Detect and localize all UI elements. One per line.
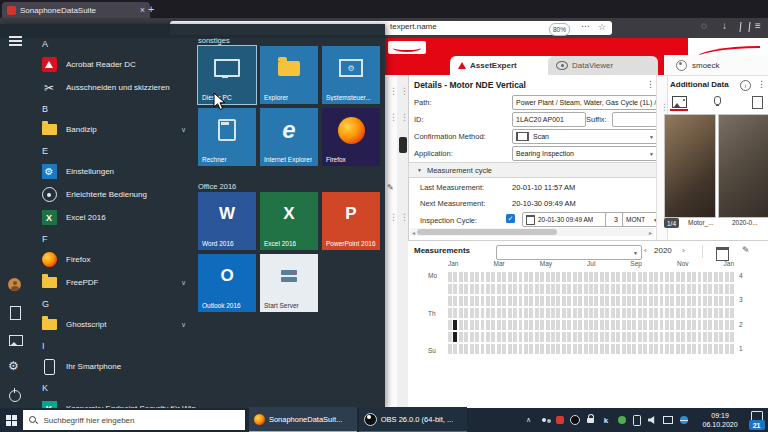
heatmap-cell[interactable] [725, 308, 729, 318]
heatmap-cell[interactable] [475, 284, 479, 294]
heatmap-cell[interactable] [513, 296, 517, 306]
heatmap-cell[interactable] [708, 308, 712, 318]
heatmap-cell[interactable] [670, 344, 674, 354]
selected-item-icon[interactable] [399, 137, 407, 153]
tile-explorer[interactable]: Explorer [260, 46, 318, 104]
heatmap-cell[interactable] [725, 320, 729, 330]
heatmap-cell[interactable] [562, 296, 566, 306]
heatmap-cell[interactable] [551, 272, 555, 282]
app-list-item[interactable]: ✂ Ausschneiden und skizzieren [30, 76, 196, 99]
heatmap-cell[interactable] [573, 308, 577, 318]
heatmap-cell[interactable] [714, 272, 718, 282]
heatmap-cell[interactable] [567, 296, 571, 306]
heatmap-cell[interactable] [535, 320, 539, 330]
app-list-header[interactable]: I [30, 336, 196, 355]
heatmap-cell[interactable] [643, 320, 647, 330]
heatmap-cell[interactable] [448, 320, 452, 330]
tile-group-title[interactable]: Office 2016 [198, 182, 236, 191]
library-icon[interactable] [739, 22, 750, 32]
heatmap-cell[interactable] [497, 308, 501, 318]
heatmap-cell[interactable] [497, 296, 501, 306]
heatmap-cell[interactable] [481, 272, 485, 282]
heatmap-cell[interactable] [725, 272, 729, 282]
heatmap-cell[interactable] [486, 272, 490, 282]
heatmap-cell[interactable] [589, 272, 593, 282]
heatmap-cell[interactable] [497, 272, 501, 282]
heatmap-cell[interactable] [519, 344, 523, 354]
heatmap-cell[interactable] [567, 284, 571, 294]
heatmap-cell[interactable] [676, 308, 680, 318]
tab-assetexpert[interactable]: AssetExpert [450, 56, 560, 75]
photo-thumbnail-2[interactable] [718, 114, 768, 218]
app-list-item[interactable]: FreePDF ∨ [30, 271, 196, 294]
heatmap-cell[interactable] [497, 284, 501, 294]
heatmap-cell[interactable] [719, 332, 723, 342]
heatmap-cell[interactable] [573, 344, 577, 354]
heatmap-cell[interactable] [562, 284, 566, 294]
heatmap-cell[interactable] [714, 320, 718, 330]
heatmap-cell[interactable] [519, 284, 523, 294]
heatmap-cell[interactable] [632, 284, 636, 294]
heatmap-cell[interactable] [453, 320, 457, 330]
heatmap-cell[interactable] [719, 272, 723, 282]
heatmap-cell[interactable] [486, 296, 490, 306]
heatmap-cell[interactable] [519, 332, 523, 342]
heatmap-cell[interactable] [584, 320, 588, 330]
heatmap-cell[interactable] [643, 344, 647, 354]
heatmap-cell[interactable] [665, 332, 669, 342]
drag-handle[interactable]: ⋮ [400, 87, 409, 96]
heatmap-cell[interactable] [698, 332, 702, 342]
heatmap-cell[interactable] [681, 296, 685, 306]
heatmap-cell[interactable] [660, 284, 664, 294]
heatmap-cell[interactable] [660, 308, 664, 318]
heatmap-cell[interactable] [681, 344, 685, 354]
heatmap-cell[interactable] [730, 332, 734, 342]
heatmap-cell[interactable] [632, 296, 636, 306]
heatmap-cell[interactable] [464, 308, 468, 318]
heatmap-cell[interactable] [622, 344, 626, 354]
heatmap-cell[interactable] [491, 344, 495, 354]
heatmap-cell[interactable] [556, 284, 560, 294]
heatmap-cell[interactable] [611, 296, 615, 306]
heatmap-cell[interactable] [605, 320, 609, 330]
heatmap-cell[interactable] [475, 344, 479, 354]
expand-chevron-icon[interactable]: ∨ [181, 279, 186, 287]
heatmap-cell[interactable] [540, 332, 544, 342]
heatmap-cell[interactable] [508, 332, 512, 342]
edit-icon[interactable]: ✎ [387, 183, 394, 192]
heatmap-cell[interactable] [578, 284, 582, 294]
app-list-item[interactable]: Ghostscript ∨ [30, 313, 196, 336]
heatmap-cell[interactable] [513, 272, 517, 282]
heatmap-cell[interactable] [632, 272, 636, 282]
id-input[interactable]: 1LAC20 AP001 [512, 112, 586, 127]
heatmap-cell[interactable] [730, 296, 734, 306]
heatmap-cell[interactable] [502, 332, 506, 342]
heatmap-cell[interactable] [692, 320, 696, 330]
heatmap-cell[interactable] [578, 272, 582, 282]
heatmap-cell[interactable] [589, 284, 593, 294]
heatmap-cell[interactable] [676, 332, 680, 342]
heatmap-cell[interactable] [551, 308, 555, 318]
heatmap-cell[interactable] [665, 344, 669, 354]
expand-chevron-icon[interactable]: ∨ [181, 321, 186, 329]
heatmap-cell[interactable] [708, 296, 712, 306]
heatmap-cell[interactable] [459, 296, 463, 306]
heatmap-cell[interactable] [502, 320, 506, 330]
heatmap-cell[interactable] [594, 296, 598, 306]
heatmap-cell[interactable] [562, 272, 566, 282]
heatmap-cell[interactable] [605, 308, 609, 318]
microphone-tab-icon[interactable] [714, 96, 721, 105]
heatmap-cell[interactable] [594, 344, 598, 354]
heatmap-cell[interactable] [562, 344, 566, 354]
heatmap-cell[interactable] [622, 272, 626, 282]
heatmap-cell[interactable] [600, 332, 604, 342]
heatmap-cell[interactable] [540, 308, 544, 318]
heatmap-cell[interactable] [622, 332, 626, 342]
heatmap-cell[interactable] [508, 344, 512, 354]
heatmap-cell[interactable] [470, 284, 474, 294]
heatmap-cell[interactable] [513, 284, 517, 294]
heatmap-cell[interactable] [719, 284, 723, 294]
documents-icon[interactable] [10, 306, 21, 320]
image-tab-icon[interactable] [672, 96, 687, 108]
heatmap-cell[interactable] [578, 332, 582, 342]
